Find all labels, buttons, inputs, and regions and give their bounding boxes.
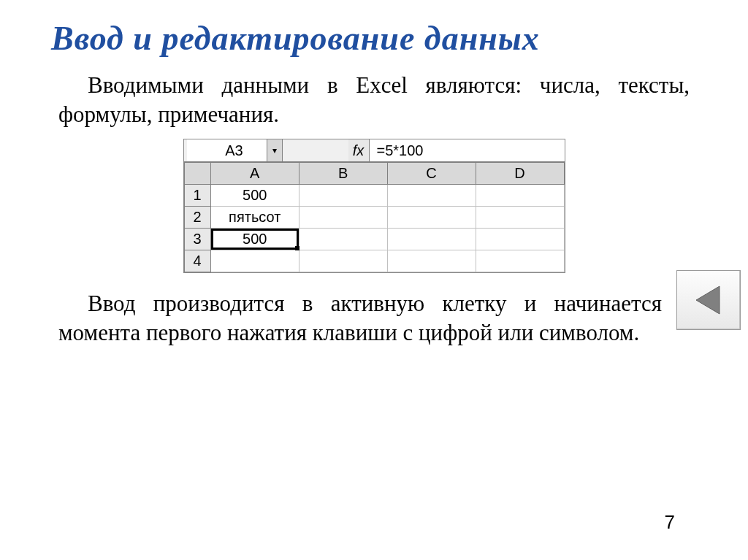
formula-bar: A3 ▾ fx =5*100 [184, 139, 565, 162]
paragraph-1: Вводимыми данными в Excel являются: числ… [58, 71, 690, 129]
cell-c4[interactable] [387, 250, 476, 272]
row-header-3[interactable]: 3 [184, 229, 210, 250]
row-2: 2 пятьсот [184, 207, 564, 229]
name-box[interactable]: A3 ▾ [187, 139, 283, 161]
triangle-left-icon [692, 283, 725, 317]
cell-b2[interactable] [299, 207, 387, 229]
slide-title: Ввод и редактирование данных [51, 19, 697, 58]
row-header-2[interactable]: 2 [184, 207, 210, 229]
cell-b1[interactable] [299, 185, 387, 207]
row-header-1[interactable]: 1 [184, 185, 210, 207]
col-header-c[interactable]: C [387, 163, 476, 185]
cell-a3[interactable]: 500 [210, 229, 299, 250]
cell-d3[interactable] [476, 229, 564, 250]
col-header-d[interactable]: D [476, 163, 564, 185]
row-1: 1 500 [184, 185, 564, 207]
select-all-corner[interactable] [184, 163, 210, 185]
cell-a2[interactable]: пятьсот [210, 207, 299, 229]
row-header-4[interactable]: 4 [184, 250, 210, 272]
cell-d4[interactable] [476, 250, 564, 272]
cell-a1[interactable]: 500 [210, 185, 299, 207]
cell-d1[interactable] [476, 185, 564, 207]
col-header-b[interactable]: B [299, 163, 387, 185]
cell-b4[interactable] [299, 250, 387, 272]
col-header-a[interactable]: A [210, 163, 299, 185]
excel-snippet: A3 ▾ fx =5*100 A B C D 1 500 [183, 139, 565, 273]
cell-b3[interactable] [299, 229, 387, 250]
name-box-value: A3 [225, 142, 243, 159]
cell-a4[interactable] [210, 250, 299, 272]
page-number: 7 [665, 511, 675, 534]
fx-button[interactable]: fx [348, 139, 370, 161]
chevron-down-icon: ▾ [272, 145, 277, 156]
svg-marker-0 [696, 286, 720, 314]
paragraph-2: Ввод производится в активную клетку и на… [58, 289, 690, 347]
row-3: 3 500 [184, 229, 564, 250]
cell-c3[interactable] [387, 229, 476, 250]
cell-d2[interactable] [476, 207, 564, 229]
cell-c1[interactable] [387, 185, 476, 207]
spreadsheet-grid: A B C D 1 500 2 пятьсот 3 500 [184, 162, 565, 272]
slide: Ввод и редактирование данных Вводимыми д… [0, 0, 748, 560]
name-box-dropdown[interactable]: ▾ [267, 139, 282, 161]
formula-content[interactable]: =5*100 [370, 139, 565, 161]
column-header-row: A B C D [184, 163, 564, 185]
cell-c2[interactable] [387, 207, 476, 229]
row-4: 4 [184, 250, 564, 272]
previous-slide-button[interactable] [676, 270, 741, 330]
